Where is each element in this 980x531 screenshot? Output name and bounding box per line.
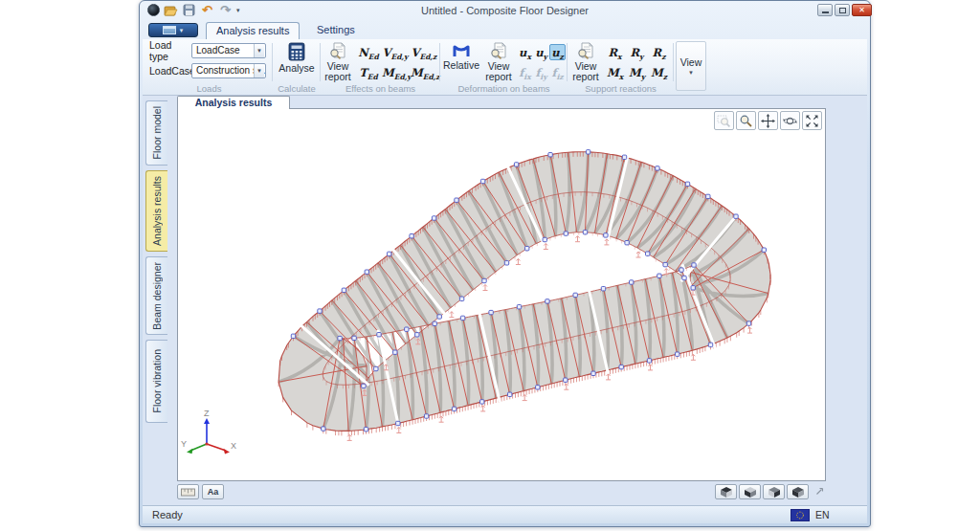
u-x-button[interactable]: ux (517, 44, 533, 60)
r-x-button[interactable]: Rx (604, 44, 626, 60)
svg-text:Y: Y (181, 439, 187, 449)
group-deformation-on-beams: Relative View report ux uy uz (441, 39, 567, 95)
relative-deformation-icon (452, 42, 471, 58)
orbit-button[interactable] (780, 111, 800, 130)
t-ed-button[interactable]: TEd (356, 64, 381, 80)
view-cube-iso-button[interactable] (787, 484, 809, 499)
group-separator (567, 43, 568, 81)
group-separator (320, 43, 321, 81)
view-cube-side-button[interactable] (763, 484, 785, 499)
language-indicator[interactable]: EN (815, 509, 830, 520)
minimize-button[interactable] (817, 4, 833, 16)
zoom-icon (739, 114, 753, 128)
pan-button[interactable] (758, 111, 778, 130)
pan-icon (761, 114, 775, 128)
measure-button[interactable] (177, 484, 199, 499)
model-3d-view[interactable]: Z X Y (178, 109, 827, 482)
view-report-icon (577, 42, 594, 59)
svg-text:X: X (231, 441, 236, 451)
r-z-button[interactable]: Rz (648, 44, 670, 60)
group-caption-effects: Effects on beams (322, 83, 439, 94)
m-z-button[interactable]: Mz (648, 64, 670, 80)
eu-flag-icon[interactable] (791, 509, 810, 521)
window-controls: ✕ (817, 4, 872, 16)
group-view: View ▼ (676, 39, 710, 95)
group-separator (272, 43, 273, 81)
statusbar: Ready EN (143, 505, 867, 523)
view-report-icon (490, 42, 507, 59)
document-area: Analysis results Z X Y (169, 96, 867, 505)
v-edy-button[interactable]: VEd,y (381, 44, 410, 60)
f-ix-button[interactable]: fix (517, 64, 533, 80)
svg-text:Z: Z (204, 409, 210, 418)
document-tab[interactable]: Analysis results (177, 96, 290, 109)
group-effects-on-beams: View report NEd VEd,y VEd,z TEd MEd,y ME… (322, 39, 439, 95)
zoom-extents-icon (805, 114, 819, 128)
measure-icon (181, 488, 195, 497)
close-button[interactable]: ✕ (852, 4, 872, 16)
f-iy-button[interactable]: fiy (533, 64, 549, 80)
zoom-window-button[interactable] (714, 111, 734, 130)
support-view-report-button[interactable]: View report (569, 41, 602, 82)
v-edz-button[interactable]: VEd,z (410, 44, 438, 60)
sidebar-item-beam-designer[interactable]: Beam designer (145, 256, 167, 335)
r-y-button[interactable]: Ry (626, 44, 648, 60)
axis-triad: Z X Y (181, 409, 236, 454)
cube-icon (768, 486, 781, 498)
view-dropdown-button[interactable]: View ▼ (676, 41, 706, 91)
titlebar[interactable]: ↶ ↷ ▾ Untitled - Composite Floor Designe… (140, 1, 870, 22)
ribbon-tab-row: ▼ Analysis results Settings (143, 22, 867, 39)
relative-button[interactable]: Relative (442, 41, 480, 71)
sidebar-item-floor-vibration[interactable]: Floor vibration (145, 340, 167, 423)
application-menu-icon (163, 26, 176, 34)
group-caption-calculate: Calculate (274, 83, 320, 94)
u-z-button[interactable]: uz (549, 44, 566, 60)
view-cube-front-button[interactable] (739, 484, 761, 499)
cube-icon (791, 486, 805, 498)
chevron-down-icon: ▼ (688, 70, 694, 76)
loadcase-select[interactable]: Construction st... ▼ (191, 63, 266, 78)
tab-analysis-results[interactable]: Analysis results (206, 22, 300, 39)
group-loads: Load type LoadCase ▼ LoadCase Constructi… (146, 39, 272, 95)
u-y-button[interactable]: uy (533, 44, 549, 60)
n-ed-button[interactable]: NEd (356, 44, 381, 60)
sidebar-item-analysis-results[interactable]: Analysis results (145, 170, 167, 252)
analyse-button[interactable]: Analyse (276, 41, 318, 74)
maximize-button[interactable] (835, 4, 850, 16)
zoom-extents-button[interactable] (802, 111, 822, 130)
font-button[interactable]: Aa (202, 484, 224, 499)
group-separator (439, 43, 440, 81)
m-edz-button[interactable]: MEd,z (410, 64, 438, 80)
group-caption-support: Support reactions (568, 83, 673, 94)
effects-view-report-button[interactable]: View report (322, 41, 354, 82)
deformation-view-report-button[interactable]: View report (482, 41, 515, 82)
cube-icon (720, 486, 733, 498)
group-caption-loads: Loads (146, 83, 272, 94)
group-calculate: Analyse Calculate (274, 39, 320, 95)
f-iz-button[interactable]: fiz (549, 64, 566, 80)
view-cube-top-button[interactable] (715, 484, 737, 499)
orbit-icon (783, 114, 797, 128)
window-title: Untitled - Composite Floor Designer (140, 5, 870, 16)
m-x-button[interactable]: Mx (604, 64, 626, 80)
tab-settings[interactable]: Settings (307, 22, 365, 39)
view-report-icon (329, 42, 346, 59)
zoom-button[interactable] (736, 111, 756, 130)
page: ↶ ↷ ▾ Untitled - Composite Floor Designe… (0, 0, 980, 531)
viewport-canvas[interactable]: Z X Y (177, 108, 826, 481)
m-y-button[interactable]: My (626, 64, 648, 80)
loadcase-label: LoadCase (146, 65, 191, 77)
floor-model (278, 150, 770, 441)
expand-icon[interactable] (814, 487, 824, 498)
viewport-bottom-toolbar: Aa (177, 484, 826, 501)
load-type-select[interactable]: LoadCase ▼ (191, 43, 266, 58)
sidebar-item-floor-model[interactable]: Floor model (145, 100, 167, 166)
zoom-window-icon (717, 114, 731, 128)
chevron-down-icon: ▼ (254, 44, 264, 57)
application-menu-button[interactable]: ▼ (148, 23, 198, 37)
canvas-toolbar (714, 111, 822, 130)
ribbon: Load type LoadCase ▼ LoadCase Constructi… (143, 39, 867, 96)
sidebar: Floor model Analysis results Beam design… (143, 96, 169, 505)
m-edy-button[interactable]: MEd,y (381, 64, 410, 80)
group-caption-deformation: Deformation on beams (441, 83, 567, 94)
